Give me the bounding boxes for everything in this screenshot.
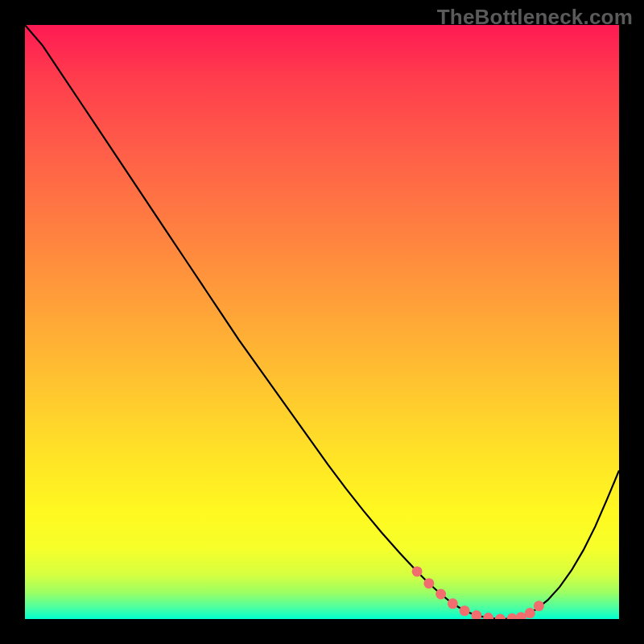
plot-area (25, 25, 619, 619)
chart-frame: TheBottleneck.com (0, 0, 644, 644)
valley-marker (516, 612, 526, 619)
valley-marker (495, 614, 506, 620)
valley-marker (471, 610, 481, 619)
valley-marker (534, 601, 544, 611)
valley-marker (507, 613, 518, 619)
valley-marker (525, 608, 535, 618)
marker-group (25, 25, 619, 619)
valley-marker (460, 605, 470, 616)
valley-marker (483, 613, 493, 619)
valley-marker (436, 589, 446, 600)
valley-marker (423, 578, 434, 588)
valley-marker (412, 566, 423, 576)
valley-marker (448, 598, 458, 609)
